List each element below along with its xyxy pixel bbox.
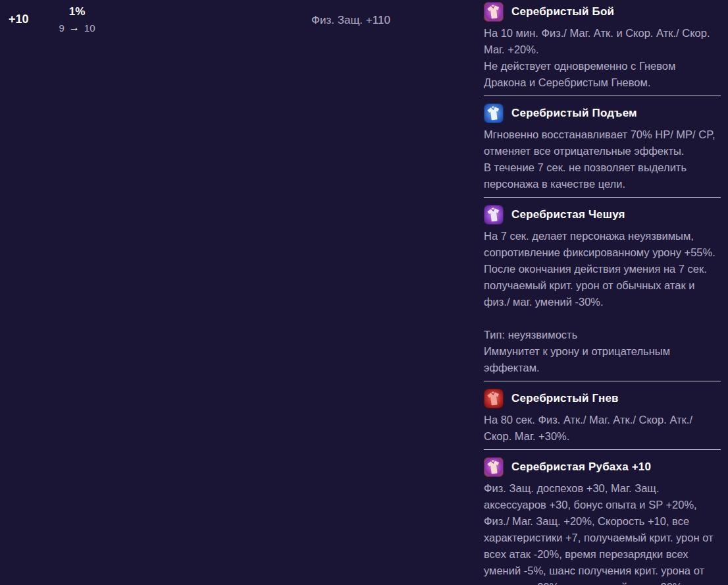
skill-title: Серебристая Рубаха +10 <box>511 460 651 474</box>
skill-description-line: На 80 сек. Физ. Атк./ Маг. Атк./ Скор. А… <box>484 412 721 445</box>
skill-block: Серебристая Чешуя На 7 сек. делает персо… <box>484 197 721 381</box>
success-chance: 1% <box>54 5 100 18</box>
skill-description-line: Физ. Защ. доспехов +30, Маг. Защ. аксесс… <box>484 480 721 585</box>
skill-description-line: Иммунитет к урону и отрицательным эффект… <box>484 343 721 376</box>
stat-bonus-label: Физ. Защ. +110 <box>311 14 390 27</box>
skill-block: Серебристый Гнев На 80 сек. Физ. Атк./ М… <box>484 381 721 449</box>
skill-description: Мгновенно восстанавливает 70% HP/ MP/ CP… <box>484 126 721 192</box>
skill-description-line: В течение 7 сек. не позволяет выделить п… <box>484 159 721 192</box>
skill-description-line: На 10 мин. Физ./ Маг. Атк. и Скор. Атк./… <box>484 25 721 58</box>
skill-title: Серебристый Гнев <box>511 392 619 405</box>
skill-description: На 10 мин. Физ./ Маг. Атк. и Скор. Атк./… <box>484 25 721 91</box>
level-to: 10 <box>84 22 95 34</box>
arrow-right-icon: → <box>69 22 80 34</box>
skill-description-line: Не действует одновременно с Гневом Драко… <box>484 58 721 91</box>
level-from: 9 <box>59 22 64 34</box>
skill-header: Серебристый Гнев <box>484 389 721 408</box>
skill-block: Серебристый Подъем Мгновенно восстанавли… <box>484 96 721 197</box>
skill-header: Серебристая Рубаха +10 <box>484 457 721 477</box>
skill-header: Серебристый Подъем <box>484 103 721 123</box>
skill-description-line: Тип: неуязвимость <box>484 327 721 343</box>
skill-description: На 7 сек. делает персонажа неуязвимым, с… <box>484 228 721 376</box>
skill-description: На 80 сек. Физ. Атк./ Маг. Атк./ Скор. А… <box>484 412 721 445</box>
skill-title: Серебристый Бой <box>511 5 614 18</box>
skill-block: Серебристая Рубаха +10 Физ. Защ. доспехо… <box>484 449 721 585</box>
shirt-icon-red-glow <box>484 389 504 408</box>
skill-title: Серебристый Подъем <box>511 107 637 120</box>
enchant-chance-block: 1% 9 → 10 <box>54 5 100 34</box>
skill-block: Серебристый Бой На 10 мин. Физ./ Маг. Ат… <box>484 0 721 96</box>
shirt-icon-violet-glow <box>484 205 504 225</box>
level-transition: 9 → 10 <box>54 22 100 34</box>
skill-title: Серебристая Чешуя <box>511 208 625 221</box>
enchant-screen: +10 1% 9 → 10 Физ. Защ. +110 Серебристый… <box>0 0 728 585</box>
skill-header: Серебристый Бой <box>484 2 721 22</box>
shirt-icon-magenta-glow <box>484 2 504 22</box>
skill-description-line: Мгновенно восстанавливает 70% HP/ MP/ CP… <box>484 126 721 159</box>
shirt-icon-magenta-glow <box>484 457 504 477</box>
skills-tooltip-panel[interactable]: Серебристый Бой На 10 мин. Физ./ Маг. Ат… <box>484 0 721 585</box>
skill-description: Физ. Защ. доспехов +30, Маг. Защ. аксесс… <box>484 480 721 585</box>
skill-description-line <box>484 310 721 327</box>
enchant-level: +10 <box>9 13 29 26</box>
skill-header: Серебристая Чешуя <box>484 205 721 225</box>
shirt-icon-blue-glow <box>484 103 504 123</box>
skill-description-line: На 7 сек. делает персонажа неуязвимым, с… <box>484 228 721 310</box>
